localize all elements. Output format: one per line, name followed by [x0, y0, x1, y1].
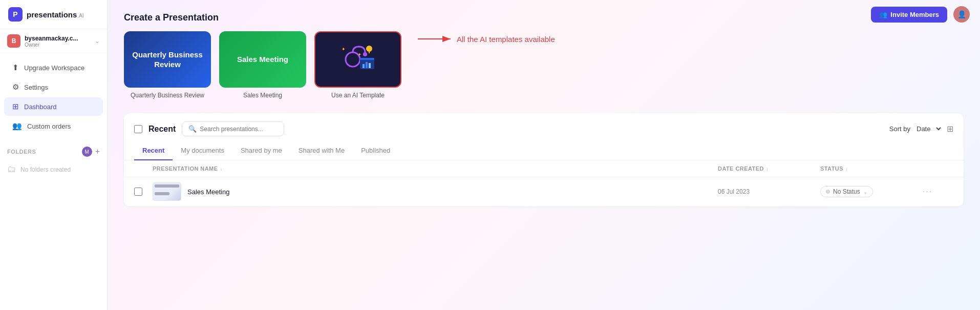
workspace-avatar: B — [7, 34, 20, 48]
sidebar-item-dashboard[interactable]: ⊞ Dashboard — [4, 97, 103, 116]
sidebar-nav: ⬆ Upgrade Workspace ⚙ Settings ⊞ Dashboa… — [0, 53, 107, 140]
svg-rect-7 — [360, 58, 374, 60]
template-label-ai: Use an AI Template — [331, 92, 385, 99]
sidebar-item-label: Upgrade Workspace — [24, 64, 84, 72]
annotation-text: All the AI templates available — [457, 35, 555, 44]
logo-icon: P — [8, 7, 23, 22]
no-folders-message: 🗂 No folders created — [7, 161, 100, 178]
workspace-name: byseanmackay.c... — [25, 35, 78, 42]
row-status-cell: No Status ⌄ — [820, 186, 923, 197]
workspace-details: byseanmackay.c... Owner — [25, 35, 78, 48]
no-folders-text: No folders created — [20, 166, 71, 173]
workspace-row[interactable]: B byseanmackay.c... Owner ⌄ — [0, 29, 107, 53]
create-section: Create a Presentation Quarterly Business… — [124, 12, 964, 99]
thumb-line — [155, 184, 179, 188]
sidebar-item-settings[interactable]: ⚙ Settings — [4, 78, 103, 96]
status-dot — [826, 190, 830, 194]
tab-recent[interactable]: Recent — [134, 141, 173, 160]
svg-point-2 — [366, 46, 372, 52]
sort-label: Sort by — [889, 125, 910, 133]
thumbnail-inner — [153, 183, 181, 200]
grid-view-icon[interactable]: ⊞ — [947, 124, 953, 134]
recent-section: Recent 🔍 Sort by Date Name ⊞ Recent My d… — [124, 113, 964, 206]
row-thumbnail — [153, 182, 181, 201]
tab-published[interactable]: Published — [353, 141, 398, 160]
sort-arrow-date: ↓ — [766, 166, 769, 172]
topbar: 👥 Invite Members 👤 — [861, 0, 980, 29]
svg-point-1 — [363, 52, 367, 56]
row-name-cell: Sales Meeting — [153, 182, 718, 201]
templates-row: Quarterly Business Review Quarterly Busi… — [124, 31, 964, 99]
user-avatar[interactable]: 👤 — [953, 6, 970, 23]
table-header: PRESENTATION NAME ↓ DATE CREATED ↓ STATU… — [124, 160, 964, 177]
main-content: 👥 Invite Members 👤 Create a Presentation… — [108, 0, 980, 310]
chevron-down-icon[interactable]: ⌄ — [95, 37, 100, 45]
svg-rect-9 — [366, 62, 368, 68]
sidebar-item-label: Custom orders — [27, 122, 71, 130]
search-input[interactable] — [200, 126, 278, 133]
invite-icon: 👥 — [879, 11, 887, 18]
col-header-status: STATUS ↓ — [820, 166, 923, 172]
annotation-area: All the AI templates available — [414, 31, 555, 47]
svg-rect-10 — [369, 63, 371, 68]
recent-header: Recent 🔍 Sort by Date Name ⊞ — [124, 113, 964, 136]
ai-template-svg: ✦ ✦ ✦ — [337, 42, 378, 77]
tab-shared-with-me[interactable]: Shared with Me — [290, 141, 353, 160]
app-name: presentations.AI — [27, 10, 84, 19]
template-thumbnail-quarterly: Quarterly Business Review — [124, 31, 211, 88]
sidebar: P presentations.AI B byseanmackay.c... O… — [0, 0, 108, 310]
status-chevron-icon: ⌄ — [863, 189, 867, 195]
table-row: Sales Meeting 06 Jul 2023 No Status ⌄ ··… — [124, 177, 964, 206]
sidebar-item-label: Settings — [24, 84, 48, 91]
folders-section: FOLDERS M + 🗂 No folders created — [0, 142, 107, 182]
row-actions-button[interactable]: ··· — [923, 187, 953, 196]
create-section-title: Create a Presentation — [124, 12, 964, 23]
template-card-sales[interactable]: Sales Meeting Sales Meeting — [219, 31, 306, 99]
invite-members-button[interactable]: 👥 Invite Members — [871, 7, 947, 23]
workspace-info: B byseanmackay.c... Owner — [7, 34, 78, 48]
template-card-ai[interactable]: ✦ ✦ ✦ Use an AI Template — [314, 31, 401, 99]
add-folder-button[interactable]: + — [95, 148, 100, 156]
workspace-role: Owner — [25, 42, 78, 48]
template-label-quarterly: Quarterly Business Review — [131, 92, 204, 99]
custom-orders-icon: 👥 — [12, 121, 22, 131]
col-header-name: PRESENTATION NAME ↓ — [153, 166, 718, 172]
search-box: 🔍 — [182, 121, 284, 136]
tabs-row: Recent My documents Shared by me Shared … — [124, 141, 964, 160]
dashboard-icon: ⊞ — [12, 102, 19, 111]
svg-text:✦: ✦ — [342, 47, 346, 52]
folders-header: FOLDERS M + — [7, 147, 100, 157]
sort-arrow-status: ↓ — [845, 166, 848, 172]
select-all-checkbox[interactable] — [134, 125, 142, 133]
sort-arrow-name: ↓ — [220, 166, 222, 172]
status-badge[interactable]: No Status ⌄ — [820, 186, 873, 197]
sidebar-item-custom-orders[interactable]: 👥 Custom orders — [4, 117, 103, 135]
svg-rect-8 — [363, 64, 365, 68]
logo-area: P presentations.AI — [0, 0, 107, 29]
folders-label: FOLDERS — [7, 149, 36, 155]
sidebar-item-label: Dashboard — [24, 103, 57, 111]
template-thumbnail-sales: Sales Meeting — [219, 31, 306, 88]
svg-text:✦: ✦ — [358, 52, 361, 57]
row-checkbox[interactable] — [134, 188, 142, 196]
sort-area: Sort by Date Name ⊞ — [889, 124, 953, 134]
tab-my-documents[interactable]: My documents — [173, 141, 232, 160]
search-icon: 🔍 — [188, 125, 197, 133]
template-card-quarterly[interactable]: Quarterly Business Review Quarterly Busi… — [124, 31, 211, 99]
settings-icon: ⚙ — [12, 82, 19, 92]
col-header-date: DATE CREATED ↓ — [718, 166, 820, 172]
upgrade-icon: ⬆ — [12, 63, 19, 72]
annotation-arrow — [414, 31, 455, 47]
sidebar-item-upgrade[interactable]: ⬆ Upgrade Workspace — [4, 58, 103, 77]
folders-avatar: M — [82, 147, 92, 157]
thumb-line — [155, 192, 169, 195]
sort-select[interactable]: Date Name — [914, 125, 943, 133]
tab-shared-by-me[interactable]: Shared by me — [232, 141, 290, 160]
template-label-sales: Sales Meeting — [243, 92, 282, 99]
recent-title: Recent — [148, 125, 176, 134]
template-thumbnail-ai: ✦ ✦ ✦ — [314, 31, 401, 88]
row-date-cell: 06 Jul 2023 — [718, 188, 820, 195]
folder-icon: 🗂 — [7, 164, 16, 175]
